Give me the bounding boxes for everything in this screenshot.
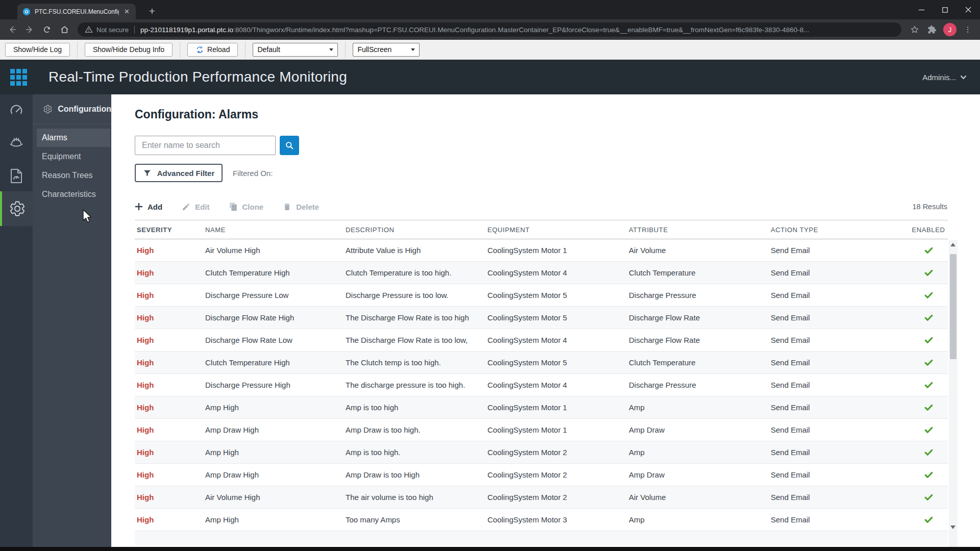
table-row[interactable]: High Discharge Pressure Low Discharge Pr… [135, 284, 948, 307]
table-row[interactable]: High Amp High Amp is too high CoolingSys… [135, 396, 948, 419]
forward-icon[interactable] [21, 21, 38, 38]
user-menu[interactable]: Adminis... [922, 73, 967, 82]
table-row[interactable]: High Discharge Pressure High The dischar… [135, 374, 948, 396]
url-path: :8080/Thingworx/Runtime/index.html?mashu… [233, 26, 810, 34]
cell-severity: High [135, 448, 203, 457]
cell-equipment: CoolingSystem Motor 5 [485, 291, 627, 299]
table-row[interactable]: High Amp High Amp is too high. CoolingSy… [135, 441, 948, 464]
table-row[interactable]: High Air Volume High The air volume is t… [135, 486, 948, 509]
table-body: High Air Volume High Attribute Value is … [135, 239, 948, 531]
cell-attribute: Discharge Pressure [627, 381, 769, 389]
edit-button[interactable]: Edit [182, 203, 209, 211]
screen-mode-select[interactable]: FullScreen [353, 43, 420, 57]
screen-mode-select-value: FullScreen [357, 45, 391, 54]
window-close-icon[interactable] [957, 0, 980, 19]
browser-tab[interactable]: PTC.FSU.COREUI.MenuConfiguration ✕ [17, 4, 136, 19]
enabled-check-icon [924, 447, 934, 457]
search-button[interactable] [280, 136, 299, 155]
search-input[interactable] [135, 136, 276, 155]
reload-label: Reload [207, 45, 230, 54]
rail-configuration-gear-icon[interactable] [0, 191, 33, 226]
add-button[interactable]: Add [135, 203, 162, 211]
mashup-select[interactable]: Default [253, 43, 338, 57]
column-action-type[interactable]: ACTION TYPE [769, 226, 909, 234]
filtered-on-label: Filtered On: [233, 169, 273, 178]
scrollbar-thumb[interactable] [950, 254, 957, 359]
sidebar-item-characteristics[interactable]: Characteristics [37, 185, 110, 204]
app-launcher-grid-icon[interactable] [10, 69, 27, 86]
reload-button[interactable]: Reload [187, 43, 238, 57]
reload-icon[interactable] [39, 21, 55, 38]
page-body: Configuration Alarms Equipment Reason Tr… [0, 94, 980, 547]
browser-avatar[interactable]: J [943, 23, 957, 36]
cell-equipment: CoolingSystem Motor 4 [485, 336, 627, 344]
enabled-check-icon [924, 403, 934, 412]
sidebar-item-alarms[interactable]: Alarms [37, 129, 110, 147]
url-domain: pp-2101181919p1.portal.ptc.io [140, 26, 233, 34]
cell-action-type: Send Email [769, 313, 909, 322]
cell-equipment: CoolingSystem Motor 5 [485, 358, 627, 367]
cell-enabled [909, 358, 948, 367]
column-enabled[interactable]: ENABLED [909, 226, 948, 234]
address-bar[interactable]: Not secure pp-2101181919p1.portal.ptc.io… [78, 22, 901, 37]
window-minimize-icon[interactable] [910, 0, 933, 19]
scrollbar-down-icon[interactable] [950, 525, 955, 529]
back-icon[interactable] [4, 21, 20, 38]
new-tab-button[interactable]: + [145, 4, 159, 18]
table-row[interactable]: High Amp Draw High Amp Draw is too High … [135, 464, 948, 486]
window-maximize-icon[interactable] [933, 0, 957, 19]
tab-title: PTC.FSU.COREUI.MenuConfiguration [35, 8, 119, 15]
tab-close-icon[interactable]: ✕ [123, 7, 131, 16]
show-hide-debug-button[interactable]: Show/Hide Debug Info [85, 43, 173, 57]
clone-button[interactable]: Clone [229, 203, 264, 211]
advanced-filter-button[interactable]: Advanced Filter [135, 164, 223, 182]
column-description[interactable]: DESCRIPTION [344, 226, 485, 234]
cell-equipment: CoolingSystem Motor 1 [485, 246, 627, 255]
scrollbar-up-icon[interactable] [950, 243, 955, 246]
cell-enabled [909, 447, 948, 457]
cell-name: Amp Draw High [203, 470, 344, 479]
table-row[interactable]: High Air Volume High Attribute Value is … [135, 239, 948, 262]
column-attribute[interactable]: ATTRIBUTE [627, 226, 769, 234]
rail-dashboard-gauge-icon[interactable] [0, 94, 33, 127]
main-content: Configuration: Alarms Advanced Filter [111, 94, 980, 547]
column-severity[interactable]: SEVERITY [135, 226, 203, 234]
home-icon[interactable] [56, 21, 72, 38]
show-hide-log-button[interactable]: Show/Hide Log [5, 43, 70, 57]
select-caret-icon [411, 48, 415, 51]
bookmark-star-icon[interactable] [906, 21, 923, 38]
table-row[interactable]: High Clutch Temperature High The Clutch … [135, 352, 948, 374]
filter-row: Advanced Filter Filtered On: [135, 164, 980, 182]
table-row[interactable]: High Amp Draw High Amp Draw is too high.… [135, 419, 948, 441]
table-row[interactable]: High Amp High Too many Amps CoolingSyste… [135, 509, 948, 531]
table-row[interactable]: High Discharge Flow Rate Low The Dischar… [135, 329, 948, 352]
cell-action-type: Send Email [769, 358, 909, 367]
table-row[interactable]: High Discharge Flow Rate High The Discha… [135, 307, 948, 329]
delete-button[interactable]: Delete [283, 203, 319, 211]
column-equipment[interactable]: EQUIPMENT [485, 226, 627, 234]
user-menu-label: Adminis... [922, 73, 956, 82]
cell-description: Amp is too high [344, 403, 485, 412]
cell-description: Too many Amps [344, 515, 485, 524]
address-divider [134, 26, 135, 34]
enabled-check-icon [924, 492, 934, 502]
cell-severity: High [135, 246, 203, 255]
cell-name: Discharge Flow Rate Low [203, 336, 344, 344]
column-name[interactable]: NAME [203, 226, 344, 234]
cell-enabled [909, 245, 948, 255]
table-actions: Add Edit Clone [135, 197, 980, 216]
cell-description: The air volume is too high [344, 493, 485, 502]
browser-menu-icon[interactable] [960, 21, 976, 38]
table-scrollbar[interactable] [949, 240, 958, 547]
rail-operator-hat-icon[interactable] [0, 126, 33, 159]
cell-name: Discharge Pressure Low [203, 291, 344, 299]
copy-icon [229, 203, 238, 211]
reload-arrows-icon [195, 45, 204, 54]
sidebar-item-reason-trees[interactable]: Reason Trees [37, 166, 110, 185]
rail-report-document-icon[interactable] [0, 160, 33, 192]
table-row[interactable]: High Clutch Temperature High Clutch Temp… [135, 262, 948, 284]
cell-equipment: CoolingSystem Motor 1 [485, 425, 627, 434]
extensions-puzzle-icon[interactable] [924, 21, 940, 38]
sidebar-item-equipment[interactable]: Equipment [37, 147, 110, 166]
alarms-table: SEVERITY NAME DESCRIPTION EQUIPMENT ATTR… [135, 220, 948, 545]
